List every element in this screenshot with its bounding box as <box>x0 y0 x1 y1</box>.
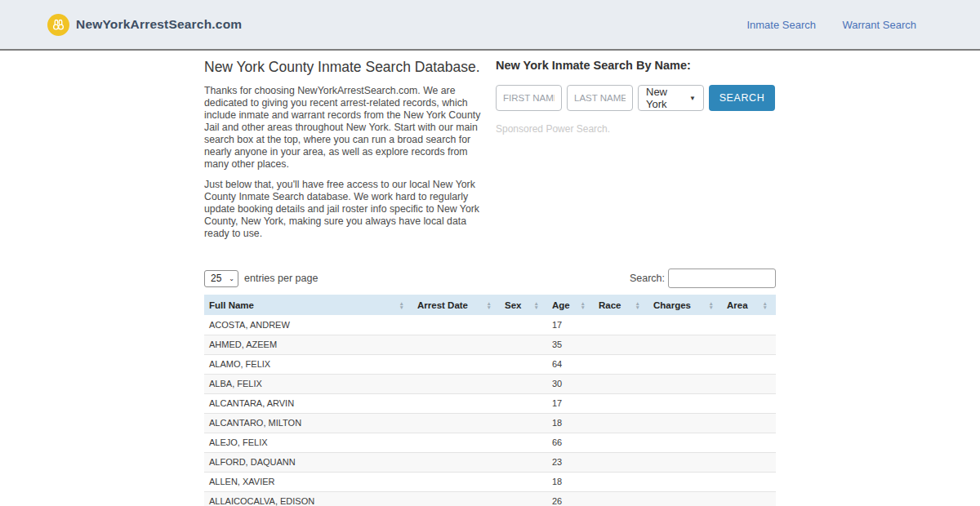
cell-charges <box>648 335 722 354</box>
table-row[interactable]: ALEJO, FELIX 66 <box>204 433 776 452</box>
cell-area <box>722 354 776 374</box>
sort-icon: ▲▼ <box>399 301 409 309</box>
cell-arrest-date <box>412 335 500 354</box>
cell-sex <box>500 374 547 393</box>
cell-age: 17 <box>547 393 594 413</box>
cell-age: 18 <box>547 413 594 433</box>
brand-logo[interactable]: NewYorkArrestSearch.com <box>47 14 242 36</box>
cell-arrest-date <box>412 315 500 335</box>
cell-sex <box>500 433 547 452</box>
page-size-select[interactable]: 25 ⌄ <box>204 270 238 287</box>
cell-age: 66 <box>547 433 594 452</box>
cell-arrest-date <box>412 452 500 472</box>
cell-race <box>594 452 648 472</box>
sort-icon: ▲▼ <box>635 301 645 309</box>
first-name-input[interactable] <box>496 85 562 111</box>
chevron-down-icon: ▼ <box>689 95 696 102</box>
table-row[interactable]: ALAMO, FELIX 64 <box>204 354 776 374</box>
cell-sex <box>500 472 547 491</box>
cell-arrest-date <box>412 433 500 452</box>
cell-full-name: ALCANTARO, MILTON <box>204 413 412 433</box>
cell-age: 26 <box>547 491 594 506</box>
col-header-charges[interactable]: Charges ▲▼ <box>648 295 722 315</box>
intro-paragraph-1: Thanks for choosing NewYorkArrestSearch.… <box>204 85 485 171</box>
cell-race <box>594 335 648 354</box>
cell-race <box>594 472 648 491</box>
cell-charges <box>648 393 722 413</box>
cell-age: 18 <box>547 472 594 491</box>
col-header-age[interactable]: Age ▲▼ <box>547 295 594 315</box>
table-search-controls: Search: <box>630 269 776 288</box>
cell-sex <box>500 315 547 335</box>
cell-age: 17 <box>547 315 594 335</box>
cell-full-name: ALBA, FELIX <box>204 374 412 393</box>
col-header-race[interactable]: Race ▲▼ <box>594 295 648 315</box>
cell-area <box>722 491 776 506</box>
cell-full-name: ALLEN, XAVIER <box>204 472 412 491</box>
col-header-arrest-date[interactable]: Arrest Date ▲▼ <box>412 295 500 315</box>
page-size-controls: 25 ⌄ entries per page <box>204 270 318 287</box>
table-search-input[interactable] <box>668 269 776 288</box>
intro-section: New York County Inmate Search Database. … <box>204 54 490 248</box>
nav-inmate-search[interactable]: Inmate Search <box>746 19 816 31</box>
table-row[interactable]: ALFORD, DAQUANN 23 <box>204 452 776 472</box>
cell-sex <box>500 393 547 413</box>
table-row[interactable]: ALCANTARO, MILTON 18 <box>204 413 776 433</box>
cell-race <box>594 433 648 452</box>
sponsored-label: Sponsored Power Search. <box>496 123 776 135</box>
last-name-input[interactable] <box>567 85 633 111</box>
handcuffs-icon <box>47 14 69 36</box>
table-row[interactable]: ALLEN, XAVIER 18 <box>204 472 776 491</box>
cell-charges <box>648 354 722 374</box>
name-search-panel: New York Inmate Search By Name: New York… <box>496 54 776 248</box>
cell-area <box>722 393 776 413</box>
cell-full-name: AHMED, AZEEM <box>204 335 412 354</box>
top-nav: Inmate Search Warrant Search <box>724 17 916 32</box>
table-row[interactable]: ALBA, FELIX 30 <box>204 374 776 393</box>
cell-area <box>722 472 776 491</box>
table-row[interactable]: ALCANTARA, ARVIN 17 <box>204 393 776 413</box>
cell-charges <box>648 433 722 452</box>
sort-icon: ▲▼ <box>534 301 544 309</box>
sort-icon: ▲▼ <box>709 301 719 309</box>
col-header-area[interactable]: Area ▲▼ <box>722 295 776 315</box>
table-controls: 25 ⌄ entries per page Search: <box>204 269 776 288</box>
cell-area <box>722 315 776 335</box>
chevron-down-icon: ⌄ <box>229 275 234 282</box>
cell-sex <box>500 491 547 506</box>
cell-age: 30 <box>547 374 594 393</box>
intro-paragraph-2: Just below that, you'll have free access… <box>204 179 485 240</box>
cell-sex <box>500 452 547 472</box>
cell-arrest-date <box>412 393 500 413</box>
cell-charges <box>648 452 722 472</box>
cell-arrest-date <box>412 472 500 491</box>
cell-charges <box>648 413 722 433</box>
state-select[interactable]: New York ▼ <box>638 85 704 111</box>
cell-area <box>722 335 776 354</box>
cell-full-name: ALFORD, DAQUANN <box>204 452 412 472</box>
cell-sex <box>500 335 547 354</box>
nav-warrant-search[interactable]: Warrant Search <box>842 19 916 31</box>
cell-charges <box>648 491 722 506</box>
cell-arrest-date <box>412 491 500 506</box>
state-select-value: New York <box>646 86 689 110</box>
page-size-value: 25 <box>211 273 221 284</box>
entries-per-page-label: entries per page <box>244 273 318 284</box>
cell-arrest-date <box>412 413 500 433</box>
col-header-sex[interactable]: Sex ▲▼ <box>500 295 547 315</box>
cell-area <box>722 374 776 393</box>
table-row[interactable]: ALLAICOCALVA, EDISON 26 <box>204 491 776 506</box>
search-button[interactable]: SEARCH <box>709 85 775 111</box>
cell-age: 35 <box>547 335 594 354</box>
cell-race <box>594 413 648 433</box>
cell-sex <box>500 354 547 374</box>
cell-area <box>722 433 776 452</box>
cell-charges <box>648 315 722 335</box>
cell-full-name: ALAMO, FELIX <box>204 354 412 374</box>
cell-area <box>722 413 776 433</box>
table-row[interactable]: ACOSTA, ANDREW 17 <box>204 315 776 335</box>
cell-charges <box>648 374 722 393</box>
table-row[interactable]: AHMED, AZEEM 35 <box>204 335 776 354</box>
cell-age: 23 <box>547 452 594 472</box>
col-header-full-name[interactable]: Full Name ▲▼ <box>204 295 412 315</box>
